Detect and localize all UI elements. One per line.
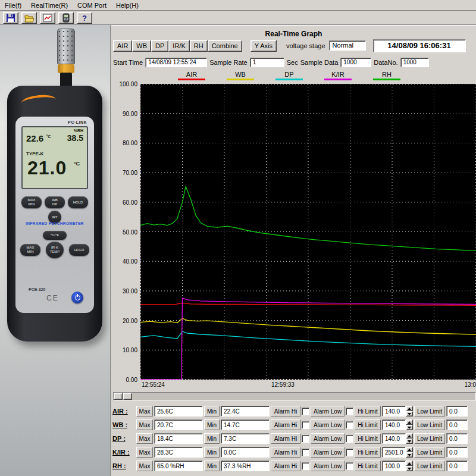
- arrow-down-icon: [408, 454, 411, 456]
- spin-down-button[interactable]: [406, 452, 413, 458]
- alarm-low-label: Alarm Low: [311, 419, 345, 430]
- toolbar: ?: [0, 11, 476, 25]
- row-label: WB :: [112, 421, 135, 428]
- device-button[interactable]: [58, 12, 74, 24]
- max-label: Max: [136, 433, 153, 444]
- spin-down-button[interactable]: [406, 411, 413, 416]
- alarm-hi-label: Alarm Hi: [271, 461, 300, 471]
- spin-up-button[interactable]: [406, 447, 413, 452]
- alarm-hi-label: Alarm Hi: [271, 433, 300, 444]
- low-limit-value[interactable]: 0.0: [446, 447, 468, 458]
- min-value: 7.3C: [221, 433, 270, 444]
- alarm-hi-checkbox[interactable]: [302, 421, 309, 429]
- low-limit-value[interactable]: 0.0: [446, 461, 468, 471]
- legend-item-wb: WB: [227, 71, 254, 80]
- low-limit-value[interactable]: 0.0: [446, 433, 468, 444]
- device-probe-collar: [58, 64, 74, 73]
- spin-up-button[interactable]: [406, 433, 413, 439]
- y-axis-button[interactable]: Y Axis: [250, 40, 277, 52]
- sampling-controls: Start Time 14/08/09 12:55:24 Sample Rate…: [113, 57, 429, 68]
- alarm-low-checkbox[interactable]: [346, 462, 353, 470]
- max-label: Max: [136, 419, 153, 430]
- y-axis-tick: 60.00: [123, 199, 137, 205]
- spin-up-button[interactable]: [406, 406, 413, 411]
- channel-button-combine[interactable]: Combine: [208, 40, 242, 52]
- alarm-low-checkbox[interactable]: [346, 449, 353, 456]
- lcd-air-temp: 22.6 °C: [26, 133, 51, 143]
- save-button[interactable]: [3, 12, 18, 24]
- start-time-field[interactable]: 14/08/09 12:55:24: [145, 58, 207, 67]
- alarm-hi-label: Alarm Hi: [271, 406, 300, 416]
- menu-file[interactable]: File(f): [0, 1, 26, 10]
- spin-down-button[interactable]: [406, 466, 413, 471]
- channel-button-air[interactable]: AIR: [113, 40, 132, 52]
- data-no-field[interactable]: 1000: [400, 58, 429, 67]
- alarm-low-checkbox[interactable]: [346, 421, 353, 429]
- lcd-rh-value: 38.5: [67, 133, 83, 143]
- graph-scrollbar[interactable]: [113, 392, 476, 400]
- series-line-WB: [140, 318, 476, 334]
- hi-limit-value[interactable]: 140.0: [382, 406, 406, 416]
- voltage-stage-select[interactable]: Normal: [329, 40, 366, 51]
- menu-com-port[interactable]: COM Port: [73, 1, 111, 10]
- help-button[interactable]: ?: [77, 12, 92, 24]
- sample-rate-label: Sample Rate: [209, 59, 248, 66]
- max-value: 28.3C: [154, 447, 203, 458]
- table-row-air: AIR : Max 25.6C Min 22.4C Alarm Hi Alarm…: [112, 405, 475, 417]
- alarm-low-checkbox[interactable]: [346, 435, 353, 443]
- alarm-hi-checkbox[interactable]: [302, 435, 309, 443]
- low-limit-value[interactable]: 0.0: [446, 419, 468, 430]
- max-value: 25.6C: [154, 406, 203, 416]
- legend-label: K/IR: [331, 71, 344, 78]
- channel-button-dp[interactable]: DP: [151, 40, 168, 52]
- sample-rate-unit: Sec: [287, 59, 298, 66]
- spin-down-button[interactable]: [406, 439, 413, 444]
- alarm-low-label: Alarm Low: [311, 447, 345, 458]
- chart-legend: AIR WB DP K/IR RH: [178, 71, 400, 80]
- hi-limit-value[interactable]: 100.0: [382, 461, 406, 471]
- arrow-down-icon: [408, 427, 411, 429]
- spin-up-button[interactable]: [406, 419, 413, 425]
- alarm-hi-label: Alarm Hi: [271, 447, 300, 458]
- start-time-label: Start Time: [113, 59, 143, 66]
- min-label: Min: [204, 419, 220, 430]
- scrollbar-button[interactable]: [123, 393, 132, 400]
- arrow-up-icon: [408, 435, 411, 437]
- menu-help[interactable]: Help(H): [111, 1, 143, 10]
- low-limit-value[interactable]: 0.0: [446, 406, 468, 416]
- arrow-down-icon: [408, 440, 411, 443]
- lcd-main-unit: °C: [74, 161, 80, 167]
- scrollbar-thumb[interactable]: [114, 393, 123, 400]
- chart-plot-area: [140, 84, 476, 380]
- realtime-graph-icon: [43, 14, 52, 23]
- hi-limit-value[interactable]: 140.0: [382, 419, 406, 430]
- hi-limit-label: Hi Limit: [355, 433, 381, 444]
- spin-up-button[interactable]: [406, 461, 413, 466]
- alarm-low-checkbox[interactable]: [346, 408, 353, 415]
- hi-limit-value[interactable]: 2501.0: [382, 447, 406, 458]
- channel-button-rh[interactable]: RH: [190, 40, 208, 52]
- app-window: File(f) RealTime(R) COM Port Help(H): [0, 0, 476, 476]
- spinner-arrows: [406, 419, 413, 430]
- alarm-hi-checkbox[interactable]: [302, 449, 309, 456]
- legend-item-rh: RH: [373, 71, 400, 80]
- x-tick-end: 13:0: [465, 381, 476, 388]
- channel-button-wb[interactable]: WB: [132, 40, 151, 52]
- channel-button-irk[interactable]: IR/K: [168, 40, 189, 52]
- sample-rate-field[interactable]: 1: [250, 58, 284, 67]
- open-button[interactable]: [21, 12, 37, 24]
- page-title: Real-Time Graph: [111, 30, 476, 38]
- lcd-type-label: TYPE-K: [26, 151, 43, 156]
- data-no-label: DataNo.: [374, 59, 397, 66]
- menu-realtime[interactable]: RealTime(R): [26, 1, 73, 10]
- alarm-hi-checkbox[interactable]: [302, 408, 309, 415]
- low-limit-label: Low Limit: [414, 406, 445, 416]
- spin-down-button[interactable]: [406, 425, 413, 430]
- sample-data-field[interactable]: 1000: [340, 58, 371, 67]
- alarm-hi-checkbox[interactable]: [302, 462, 309, 470]
- alarm-hi-label: Alarm Hi: [271, 419, 300, 430]
- hi-limit-label: Hi Limit: [355, 406, 381, 416]
- hi-limit-spinner: 140.0: [382, 419, 413, 430]
- hi-limit-value[interactable]: 140.0: [382, 433, 406, 444]
- realtime-graph-button[interactable]: [40, 12, 55, 24]
